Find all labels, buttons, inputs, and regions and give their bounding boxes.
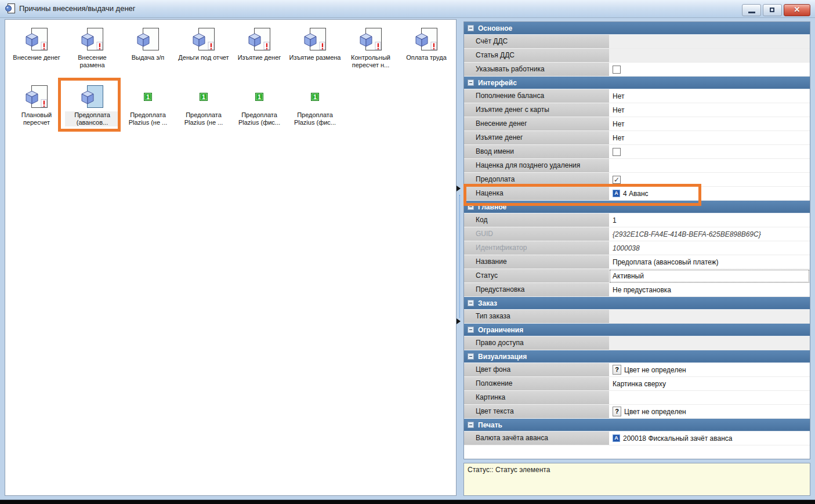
svg-text:1: 1: [202, 94, 205, 100]
section-header[interactable]: Визуализация: [464, 350, 810, 363]
property-row[interactable]: Цвет текста?Цвет не определен: [464, 405, 810, 419]
checkbox-unchecked-icon[interactable]: [613, 148, 621, 156]
property-row[interactable]: Статья ДДС: [464, 49, 810, 63]
property-row[interactable]: Картинка: [464, 391, 810, 405]
reason-item[interactable]: 1Предоплата Plazius (фис...: [287, 84, 343, 126]
checkbox-checked-icon[interactable]: ✓: [613, 176, 621, 184]
reason-item[interactable]: Внесение размена: [64, 26, 120, 69]
section-title: Визуализация: [478, 353, 527, 361]
splitter-arrow-icon[interactable]: [457, 186, 461, 191]
property-value-text: 1: [613, 216, 617, 224]
property-value[interactable]: [609, 310, 810, 324]
collapse-icon[interactable]: [468, 300, 474, 306]
property-label: Внесение денег: [464, 117, 609, 131]
property-value[interactable]: [609, 49, 810, 63]
property-value[interactable]: A200018 Фискальный зачёт аванса: [609, 432, 810, 445]
property-row[interactable]: Наценка для позднего удаления: [464, 159, 810, 173]
section-header[interactable]: Заказ: [464, 297, 810, 310]
property-row[interactable]: Код1: [464, 213, 810, 227]
section-header[interactable]: Главное: [464, 201, 810, 213]
property-row[interactable]: Цвет фона?Цвет не определен: [464, 363, 810, 377]
section-header[interactable]: Основное: [464, 22, 810, 35]
reason-item[interactable]: Деньги под отчет: [176, 26, 231, 69]
property-row[interactable]: Право доступа: [464, 336, 810, 350]
section-header[interactable]: Печать: [464, 419, 810, 432]
property-row[interactable]: Тип заказа: [464, 310, 810, 324]
reason-item[interactable]: Внесение денег: [9, 26, 64, 69]
question-icon[interactable]: ?: [613, 407, 621, 416]
property-row[interactable]: НаценкаA4 Аванс: [464, 187, 810, 201]
property-row[interactable]: Изъятие денегНет: [464, 131, 810, 145]
property-row[interactable]: ПоложениеКартинка сверху: [464, 377, 810, 391]
question-icon[interactable]: ?: [613, 365, 621, 375]
property-value[interactable]: [609, 159, 810, 173]
property-value[interactable]: Не предустановка: [609, 283, 810, 297]
property-value[interactable]: Активный: [609, 269, 810, 283]
property-value[interactable]: A4 Аванс: [609, 187, 810, 201]
property-row[interactable]: ПредустановкаНе предустановка: [464, 283, 810, 297]
reason-item[interactable]: 1Предоплата Plazius (не ...: [120, 84, 176, 126]
property-value[interactable]: Нет: [609, 103, 810, 117]
property-value[interactable]: [609, 145, 810, 159]
checkbox-unchecked-icon[interactable]: [613, 66, 621, 74]
property-value[interactable]: [609, 336, 810, 350]
property-label: Положение: [464, 377, 609, 391]
property-row[interactable]: Ввод имени: [464, 145, 810, 159]
reason-item[interactable]: 1Предоплата Plazius (не ...: [176, 84, 231, 126]
property-value[interactable]: [609, 63, 810, 77]
reason-item[interactable]: 1Предоплата Plazius (фис...: [231, 84, 287, 126]
reason-item[interactable]: Оплата труда: [399, 26, 454, 69]
collapse-icon[interactable]: [468, 25, 474, 31]
property-label: Идентификатор: [464, 241, 609, 255]
property-row[interactable]: Указывать работника: [464, 63, 810, 77]
property-value[interactable]: Нет: [609, 117, 810, 131]
reason-item[interactable]: Изъятие размена: [287, 26, 343, 69]
reason-item[interactable]: Изъятие денег: [231, 26, 287, 69]
property-value[interactable]: Картинка сверху: [609, 377, 810, 391]
collapse-icon[interactable]: [468, 79, 474, 86]
reason-item[interactable]: Контрольный пересчет н...: [343, 26, 399, 69]
reason-item[interactable]: Предоплата (авансов...: [64, 84, 120, 126]
reason-item[interactable]: Плановый пересчет: [9, 84, 64, 126]
property-row[interactable]: Валюта зачёта авансаA200018 Фискальный з…: [464, 432, 810, 445]
document-cube-warning-icon: [192, 26, 215, 53]
property-value[interactable]: ?Цвет не определен: [609, 405, 810, 419]
document-cube-warning-icon: [25, 84, 48, 110]
section-header[interactable]: Ограничения: [464, 324, 810, 336]
property-row[interactable]: Пополнение балансаНет: [464, 89, 810, 103]
property-value[interactable]: ?Цвет не определен: [609, 363, 810, 377]
minimize-icon: [748, 12, 755, 13]
collapse-icon[interactable]: [468, 422, 474, 428]
property-value[interactable]: [609, 35, 810, 49]
property-value[interactable]: [609, 391, 810, 405]
property-row[interactable]: Счёт ДДС: [464, 35, 810, 49]
property-row[interactable]: Внесение денегНет: [464, 117, 810, 131]
close-button[interactable]: ✕: [784, 4, 810, 16]
property-row[interactable]: Идентификатор1000038: [464, 241, 810, 255]
minimize-button[interactable]: [742, 4, 761, 16]
property-row[interactable]: GUID{2932E1CB-FA4E-414B-BEFA-625BE898B69…: [464, 227, 810, 241]
property-row[interactable]: СтатусАктивный: [464, 269, 810, 283]
maximize-button[interactable]: [763, 4, 782, 16]
property-value[interactable]: {2932E1CB-FA4E-414B-BEFA-625BE898B69C}: [609, 227, 810, 241]
property-row[interactable]: НазваниеПредоплата (авансовый платеж): [464, 255, 810, 269]
splitter-arrow-icon[interactable]: [457, 318, 461, 324]
property-value[interactable]: Нет: [609, 131, 810, 145]
property-value[interactable]: ✓: [609, 173, 810, 187]
section-header[interactable]: Интерфейс: [464, 77, 810, 89]
collapse-icon[interactable]: [468, 327, 474, 333]
property-row[interactable]: Предоплата✓: [464, 173, 810, 187]
svg-text:1: 1: [258, 94, 261, 100]
property-value[interactable]: Предоплата (авансовый платеж): [609, 255, 810, 269]
titlebar[interactable]: Причины внесения/выдачи денег ✕: [0, 0, 815, 18]
property-label: Изъятие денег: [464, 131, 609, 145]
property-value[interactable]: Нет: [609, 89, 810, 103]
collapse-icon[interactable]: [468, 204, 474, 210]
property-row[interactable]: Изъятие денег с картыНет: [464, 103, 810, 117]
property-value[interactable]: 1: [609, 213, 810, 227]
green-1-icon: 1: [200, 84, 208, 110]
collapse-icon[interactable]: [468, 353, 474, 360]
reason-item[interactable]: Выдача з/п: [120, 26, 176, 69]
property-value[interactable]: 1000038: [609, 241, 810, 255]
splitter-handle[interactable]: [459, 195, 460, 318]
